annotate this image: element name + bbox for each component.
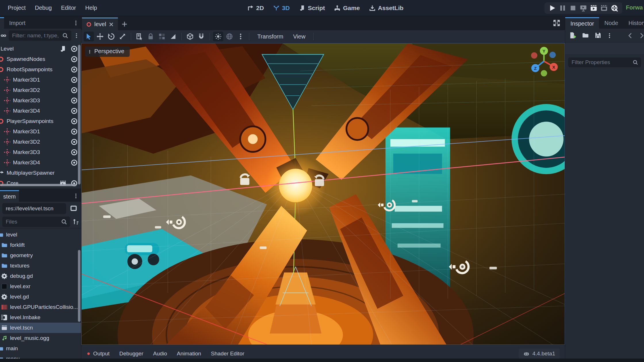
version-badge[interactable]: 4.4.beta1 bbox=[519, 348, 560, 359]
tree-item[interactable]: MultiplayerSpawner bbox=[0, 168, 81, 178]
add-scene-tab-button[interactable] bbox=[121, 21, 128, 27]
file-item[interactable]: level bbox=[0, 230, 81, 240]
playback-button[interactable] bbox=[580, 4, 587, 12]
split-mode-button[interactable] bbox=[68, 203, 79, 214]
file-item[interactable]: textures bbox=[0, 261, 81, 271]
tree-item[interactable]: Core bbox=[0, 178, 81, 188]
eye-icon[interactable] bbox=[71, 97, 78, 104]
chevron-left-icon[interactable] bbox=[627, 32, 634, 39]
file-item[interactable]: level.GPUParticlesCollisio... bbox=[0, 302, 81, 312]
toolbar-tool[interactable] bbox=[157, 32, 167, 41]
playback-button[interactable] bbox=[590, 4, 597, 12]
save-resource-button[interactable] bbox=[594, 32, 602, 40]
bottom-panel-tab[interactable]: Debugger bbox=[119, 351, 143, 357]
eye-icon[interactable] bbox=[71, 138, 78, 145]
axis-neg-y-ball[interactable] bbox=[541, 70, 547, 76]
tree-item[interactable]: Marker3D1 bbox=[0, 126, 81, 137]
toolbar-tool[interactable] bbox=[181, 33, 182, 40]
inspector-tab[interactable]: Node bbox=[599, 17, 623, 29]
bottom-panel-tab[interactable]: Audio bbox=[153, 351, 167, 357]
eye-icon[interactable] bbox=[71, 66, 78, 73]
toolbar-menu[interactable]: Transform bbox=[252, 32, 288, 41]
renderer-selector[interactable]: Forwa bbox=[626, 4, 643, 11]
toolbar-tool[interactable] bbox=[213, 32, 223, 41]
toolbar-tool[interactable] bbox=[249, 33, 249, 40]
file-item[interactable]: level.exr bbox=[0, 281, 81, 292]
file-item[interactable]: geometry bbox=[0, 250, 81, 261]
file-item[interactable]: forklift bbox=[0, 240, 81, 250]
sort-icon[interactable] bbox=[72, 219, 79, 225]
new-resource-button[interactable] bbox=[569, 32, 577, 40]
dots-menu-icon[interactable] bbox=[607, 33, 612, 38]
tab-import[interactable]: Import bbox=[4, 17, 31, 29]
toolbar-tool[interactable] bbox=[210, 33, 210, 40]
tree-item[interactable]: Marker3D4 bbox=[0, 157, 81, 168]
eye-icon[interactable] bbox=[71, 107, 78, 114]
chain-icon[interactable] bbox=[1, 33, 6, 38]
menu-button[interactable]: Help bbox=[81, 2, 101, 14]
toolbar-tool[interactable] bbox=[168, 32, 178, 41]
tree-h-scrollbar[interactable] bbox=[0, 184, 76, 186]
playback-button[interactable] bbox=[600, 4, 608, 12]
inspector-tab[interactable]: Inspector bbox=[565, 17, 599, 29]
bottom-panel-tab[interactable]: Animation bbox=[177, 351, 201, 357]
playback-button[interactable] bbox=[549, 4, 556, 12]
resource-path-input[interactable] bbox=[2, 203, 66, 214]
workspace-switch-button[interactable]: Game bbox=[332, 3, 362, 13]
axis-neg-z-ball[interactable] bbox=[549, 52, 556, 58]
toolbar-tool[interactable] bbox=[235, 32, 246, 41]
toolbar-tool[interactable] bbox=[84, 32, 94, 41]
projection-menu-button[interactable]: Perspective bbox=[85, 46, 130, 57]
toolbar-tool[interactable] bbox=[196, 32, 206, 41]
tab-filesystem-partial[interactable]: stem bbox=[0, 190, 19, 202]
toolbar-tool[interactable] bbox=[134, 32, 145, 41]
axis-gizmo[interactable]: Y X Z bbox=[527, 44, 561, 77]
toolbar-tool[interactable] bbox=[224, 32, 235, 41]
chevron-right-icon[interactable] bbox=[638, 32, 644, 39]
tree-scrollbar[interactable] bbox=[78, 45, 80, 184]
toolbar-tool[interactable] bbox=[117, 32, 128, 41]
eye-icon[interactable] bbox=[71, 149, 78, 156]
file-item[interactable]: level_music.ogg bbox=[0, 333, 81, 343]
toolbar-tool[interactable] bbox=[106, 32, 116, 41]
bottom-panel-tab[interactable]: Output bbox=[87, 351, 110, 357]
tree-item[interactable]: Level bbox=[0, 44, 81, 54]
tree-item[interactable]: RobotSpawnpoints bbox=[0, 64, 81, 75]
playback-button[interactable] bbox=[559, 4, 566, 12]
viewport-3d[interactable]: Perspective Y X Z bbox=[81, 43, 565, 345]
workspace-switch-button[interactable]: 2D bbox=[245, 3, 266, 13]
eye-icon[interactable] bbox=[71, 159, 78, 166]
dots-menu-icon[interactable] bbox=[73, 193, 79, 199]
axis-neg-x-ball[interactable] bbox=[531, 52, 537, 59]
toolbar-tool[interactable] bbox=[145, 32, 156, 41]
playback-button[interactable] bbox=[569, 4, 577, 12]
file-item[interactable]: level.gd bbox=[0, 292, 81, 302]
dots-menu-icon[interactable] bbox=[74, 33, 79, 38]
menu-button[interactable]: Project bbox=[3, 2, 30, 14]
tree-item[interactable]: Marker3D4 bbox=[0, 106, 81, 116]
workspace-switch-button[interactable]: 3D bbox=[271, 3, 292, 13]
eye-icon[interactable] bbox=[71, 87, 78, 94]
file-item[interactable]: level.tscn bbox=[0, 323, 81, 333]
tab-scene-partial[interactable] bbox=[0, 17, 4, 29]
eye-icon[interactable] bbox=[71, 128, 78, 135]
playback-button[interactable] bbox=[611, 4, 618, 12]
dots-menu-icon[interactable] bbox=[73, 20, 79, 26]
tree-item[interactable]: Marker3D3 bbox=[0, 95, 81, 106]
inspector-filter-input[interactable] bbox=[568, 57, 641, 67]
tree-item[interactable]: SpawnedNodes bbox=[0, 54, 81, 64]
workspace-switch-button[interactable]: Script bbox=[297, 3, 327, 13]
eye-icon[interactable] bbox=[71, 56, 78, 63]
tree-item[interactable]: Marker3D1 bbox=[0, 75, 81, 85]
bottom-panel-tab[interactable]: Shader Editor bbox=[211, 351, 244, 357]
file-item[interactable]: level.lmbake bbox=[0, 312, 81, 323]
files-scrollbar[interactable] bbox=[78, 250, 80, 322]
files-filter-input[interactable] bbox=[2, 217, 70, 227]
file-item[interactable]: main bbox=[0, 343, 81, 354]
toolbar-menu[interactable]: View bbox=[288, 32, 310, 41]
distraction-free-button[interactable] bbox=[553, 19, 560, 27]
scene-tab-level[interactable]: level bbox=[82, 18, 118, 30]
script-icon[interactable] bbox=[60, 45, 66, 52]
eye-icon[interactable] bbox=[71, 45, 78, 52]
close-tab-button[interactable] bbox=[109, 22, 114, 27]
